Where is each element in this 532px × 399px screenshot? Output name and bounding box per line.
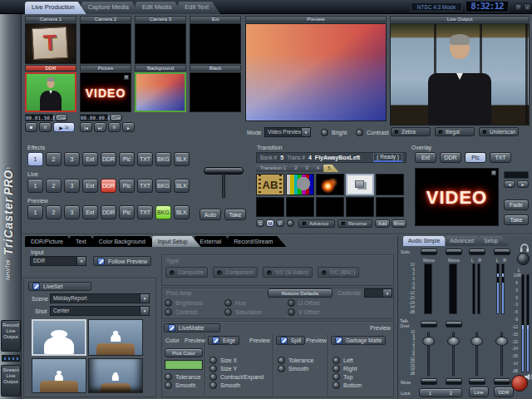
garbage-knob[interactable]	[332, 357, 340, 364]
edge-knob[interactable]	[209, 382, 217, 389]
procamp-knob[interactable]	[288, 299, 295, 307]
transition-bank-tab[interactable]: Transition 1	[256, 165, 294, 172]
remove-transition-button[interactable]: Rmv	[392, 219, 406, 228]
reverse-checkbox[interactable]: Reverse	[337, 219, 372, 228]
transition-thumb-empty[interactable]	[316, 197, 344, 217]
main-tab[interactable]: Live Production	[25, 2, 86, 14]
transition-thumb-fly-away-box[interactable]	[346, 174, 374, 195]
transition-speed-knob[interactable]	[287, 219, 294, 227]
solo-button-4[interactable]	[494, 249, 510, 255]
audio-tab[interactable]: Audio Simple	[403, 236, 451, 246]
setup-tab[interactable]: Color Background	[93, 236, 159, 247]
procamp-knob[interactable]	[165, 299, 172, 307]
mute-button-1[interactable]	[421, 378, 437, 385]
picture-cue-button[interactable]: Cue	[110, 114, 122, 121]
procamp-knob[interactable]	[165, 308, 172, 316]
transition-speed-button[interactable]: F	[276, 219, 284, 227]
ddr-audio-button[interactable]: DDR	[494, 387, 514, 397]
live-bus-button[interactable]: 3	[64, 179, 80, 193]
edge-knob[interactable]	[209, 373, 217, 381]
next-clip-button[interactable]: ▸|	[94, 122, 106, 132]
edge-knob[interactable]	[209, 357, 217, 364]
preview-bus-button[interactable]: 3	[64, 205, 80, 219]
follow-preview-checkbox[interactable]: Follow Preview	[93, 256, 151, 266]
edge-enable-checkbox[interactable]: Edge	[208, 336, 239, 345]
overlay-source-button[interactable]: Pic	[465, 152, 486, 163]
edge-knob[interactable]	[209, 365, 217, 372]
stop-button[interactable]: ■	[25, 122, 37, 132]
input-type-radio[interactable]: Y/C (BNC)	[318, 267, 360, 278]
spill-enable-checkbox[interactable]: Spill	[276, 336, 305, 345]
garbage-knob[interactable]	[332, 382, 340, 389]
mute-button-4[interactable]	[494, 378, 510, 385]
overlay-fade-button[interactable]: Fade	[504, 200, 529, 210]
input-source-dropdown[interactable]: DDR▾	[30, 256, 86, 266]
transition-thumb-color-bars[interactable]	[286, 174, 314, 195]
restore-defaults-button[interactable]: Restore Defaults	[268, 288, 332, 298]
calibrate-dropdown[interactable]: ▾	[364, 288, 392, 298]
take-button[interactable]: Take	[224, 209, 246, 220]
livematte-enable-checkbox[interactable]: LiveMatte	[164, 323, 220, 332]
preview-bus-button[interactable]: TXT	[137, 205, 153, 219]
fader-handle-3[interactable]	[470, 337, 483, 346]
record-live-output-button[interactable]: Record Live Output	[1, 320, 21, 352]
matte-knob[interactable]	[165, 382, 172, 389]
input-type-radio[interactable]: Y/C (S-Video)	[263, 267, 313, 278]
spill-knob[interactable]	[278, 365, 285, 372]
pause-button[interactable]: II	[39, 122, 52, 132]
preview-bus-button[interactable]: DDR	[101, 205, 116, 219]
advance-checkbox[interactable]: Advance	[298, 219, 335, 228]
effects-bus-button[interactable]: DDR	[101, 152, 116, 166]
garbage-knob[interactable]	[332, 373, 340, 381]
live-bus-button[interactable]: Pic	[119, 179, 135, 193]
transition-thumb-fire-swirl[interactable]	[316, 174, 344, 195]
solo-button-2[interactable]	[446, 249, 462, 255]
scene-dropdown[interactable]: MiddayReport▾	[50, 293, 150, 303]
liveset-shot-thumb-center[interactable]	[32, 358, 86, 393]
spill-preview-label[interactable]: Preview	[306, 337, 327, 343]
pause2-button[interactable]: II	[108, 122, 121, 132]
garbage-knob[interactable]	[332, 365, 340, 372]
spill-knob[interactable]	[278, 357, 285, 364]
overlay-source-button[interactable]: DDR	[440, 152, 461, 163]
pick-color-button[interactable]: Pick Color	[165, 348, 203, 357]
matte-color-tab[interactable]: Color	[165, 337, 180, 343]
mute-button-2[interactable]	[446, 378, 462, 385]
live-bus-button[interactable]: 1	[27, 179, 43, 193]
preview-option-checkbox[interactable]: Underscan	[479, 127, 519, 136]
main-tab[interactable]: Capture Media	[81, 2, 140, 14]
audio-tab[interactable]: Advanced	[445, 236, 485, 246]
overlay-next-button[interactable]: ▸	[517, 180, 529, 188]
fader-handle-1[interactable]	[422, 337, 435, 346]
preview-bus-button[interactable]: BLK	[174, 205, 190, 219]
liveset-shot-thumb-wide[interactable]	[88, 358, 143, 393]
live-bus-button[interactable]: BKG	[155, 179, 171, 193]
talkover-button-2[interactable]	[446, 321, 462, 328]
liveset-enable-checkbox[interactable]: LiveSet	[28, 282, 91, 291]
main-tab[interactable]: Edit Text	[178, 2, 220, 14]
fader-handle-2[interactable]	[447, 337, 460, 346]
setup-tab[interactable]: DDR/Picture	[25, 236, 76, 247]
contrast-knob[interactable]	[356, 129, 363, 136]
transition-bank-tab[interactable]: 5	[323, 165, 338, 172]
preview-bus-button[interactable]: BKG	[155, 205, 171, 219]
shot-dropdown[interactable]: Center▾	[50, 306, 150, 316]
preview-bus-button[interactable]: 2	[46, 205, 62, 219]
transition-thumb-empty[interactable]	[376, 174, 404, 195]
solo-button-1[interactable]	[421, 249, 437, 255]
talkover-button-1[interactable]	[421, 321, 437, 328]
transition-thumb-empty[interactable]	[346, 197, 374, 217]
transition-thumb-film-ab[interactable]: AB	[256, 174, 284, 195]
input-type-radio[interactable]: Component	[213, 267, 258, 278]
channel-lock-button[interactable]: 12	[419, 388, 462, 397]
live-bus-button[interactable]: Ext	[82, 179, 98, 193]
close-button[interactable]: x	[524, 3, 531, 11]
liveset-shot-thumb-side[interactable]	[88, 319, 143, 356]
garbage-matte-enable-checkbox[interactable]: Garbage Matte	[331, 336, 386, 345]
headphone-volume-knob[interactable]	[517, 253, 530, 265]
live-bus-button[interactable]: BLK	[174, 179, 190, 193]
overlay-prev-button[interactable]: ◂	[504, 180, 515, 188]
prev-clip-button[interactable]: |◂	[80, 122, 92, 132]
transition-thumb-empty[interactable]	[376, 197, 404, 217]
effects-bus-button[interactable]: BLK	[174, 152, 190, 166]
